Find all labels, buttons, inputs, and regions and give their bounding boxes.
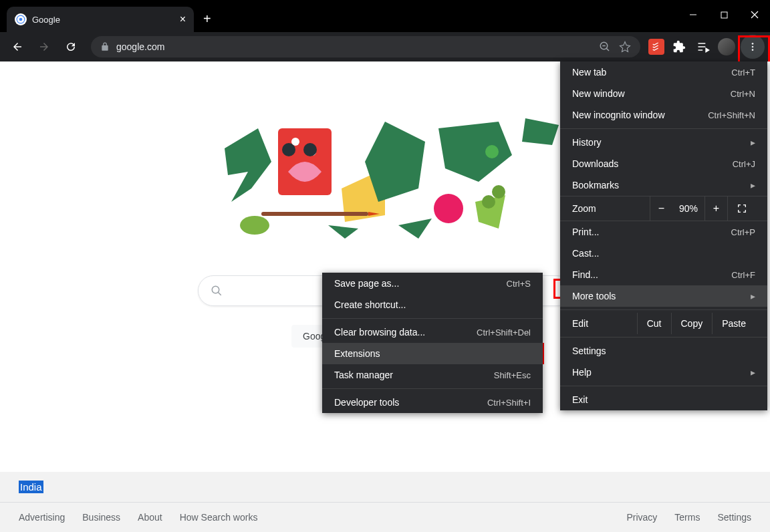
menu-cast[interactable]: Cast... [560,243,767,264]
svg-point-18 [482,195,495,209]
svg-marker-21 [522,118,559,145]
svg-point-24 [282,143,295,156]
menu-find[interactable]: Find... Ctrl+F [560,264,767,285]
google-doodle[interactable] [211,108,559,249]
new-tab-button[interactable]: + [203,11,211,27]
submenu-create-shortcut[interactable]: Create shortcut... [322,294,543,315]
more-tools-submenu: Save page as... Ctrl+S Create shortcut..… [322,273,543,413]
svg-point-14 [434,194,463,223]
zoom-value: 90% [672,203,704,214]
svg-point-26 [212,286,219,293]
submenu-extensions[interactable]: Extensions [322,343,543,364]
reload-button[interactable] [59,35,83,59]
svg-point-17 [492,185,505,198]
bookmark-star-icon[interactable] [619,41,631,53]
chrome-menu-button[interactable] [741,35,765,59]
chrome-main-menu: New tab Ctrl+T New window Ctrl+N New inc… [560,61,767,410]
menu-downloads[interactable]: Downloads Ctrl+J [560,153,767,174]
chevron-right-icon: ▸ [751,180,755,190]
svg-point-25 [303,143,317,156]
menu-new-incognito[interactable]: New incognito window Ctrl+Shift+N [560,104,767,126]
edit-copy-button[interactable]: Copy [671,313,713,334]
menu-history[interactable]: History ▸ [560,132,767,153]
edit-cut-button[interactable]: Cut [637,313,671,334]
submenu-dev-tools[interactable]: Developer tools Ctrl+Shift+I [322,392,543,413]
toolbar: google.com [0,32,770,61]
todoist-extension-icon[interactable] [648,39,664,55]
menu-new-tab[interactable]: New tab Ctrl+T [560,61,767,83]
media-control-icon[interactable] [694,37,713,56]
browser-tab[interactable]: Google × [7,7,194,32]
menu-bookmarks[interactable]: Bookmarks ▸ [560,174,767,196]
window-controls [678,4,770,25]
zoom-indicator-icon[interactable] [599,41,611,53]
edit-paste-button[interactable]: Paste [712,313,755,334]
url-text: google.com [116,41,164,52]
menu-edit-row: Edit Cut Copy Paste [560,313,767,334]
close-tab-icon[interactable]: × [180,13,186,25]
svg-point-1 [19,18,23,21]
search-icon [211,285,223,297]
footer: India Advertising Business About How Sea… [0,472,770,532]
svg-point-9 [752,43,754,45]
zoom-out-button[interactable]: − [650,196,672,221]
footer-link[interactable]: Advertising [19,512,65,523]
chevron-right-icon: ▸ [751,291,755,301]
close-window-button[interactable] [739,4,770,25]
forward-button[interactable] [32,35,56,59]
footer-link[interactable]: How Search works [180,512,258,523]
profile-avatar[interactable] [718,38,735,55]
svg-rect-15 [261,212,368,216]
footer-link[interactable]: Business [82,512,120,523]
google-favicon-icon [15,13,27,25]
menu-settings[interactable]: Settings [560,340,767,362]
svg-marker-22 [328,225,358,239]
tab-title: Google [32,15,60,25]
svg-point-11 [752,49,754,51]
submenu-task-manager[interactable]: Task manager Shift+Esc [322,364,543,386]
lock-icon [100,42,110,51]
extensions-puzzle-icon[interactable] [670,37,688,56]
footer-country: India [19,481,43,493]
zoom-in-button[interactable]: + [704,196,727,221]
footer-link[interactable]: Settings [717,512,751,523]
svg-rect-3 [721,12,727,18]
menu-new-window[interactable]: New window Ctrl+N [560,83,767,104]
svg-marker-23 [398,219,432,239]
menu-help[interactable]: Help ▸ [560,362,767,383]
menu-more-tools[interactable]: More tools ▸ [560,285,767,307]
submenu-clear-data[interactable]: Clear browsing data... Ctrl+Shift+Del [322,321,543,343]
title-bar: Google × + [0,0,770,32]
maximize-button[interactable] [709,4,739,25]
menu-zoom: Zoom − 90% + [560,196,767,221]
svg-line-7 [606,48,609,51]
footer-link[interactable]: About [138,512,162,523]
menu-exit[interactable]: Exit [560,389,767,410]
svg-point-20 [485,145,499,158]
svg-line-27 [218,292,221,295]
menu-print[interactable]: Print... Ctrl+P [560,221,767,243]
chevron-right-icon: ▸ [751,367,755,378]
svg-point-19 [240,216,269,235]
submenu-save-page[interactable]: Save page as... Ctrl+S [322,273,543,294]
chevron-right-icon: ▸ [751,137,755,148]
svg-point-10 [752,46,754,48]
footer-link[interactable]: Terms [674,512,700,523]
minimize-button[interactable] [678,4,709,25]
back-button[interactable] [5,35,29,59]
address-bar[interactable]: google.com [91,36,640,57]
footer-link[interactable]: Privacy [626,512,657,523]
fullscreen-button[interactable] [727,196,755,221]
